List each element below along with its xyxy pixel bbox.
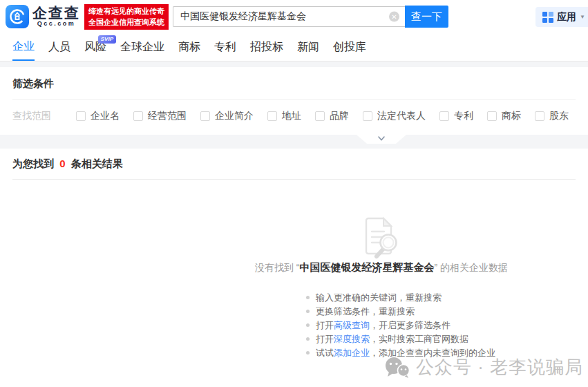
suggestion-item: 输入更准确的关键词，重新搜索	[306, 291, 495, 304]
bullet-icon	[306, 310, 310, 313]
tab-tender[interactable]: 招投标	[250, 33, 283, 61]
page: 企查查 Qcc.com 缔造有远见的商业传奇 全国企业信用查询系统 ✕ 查一下 …	[0, 0, 588, 387]
results-panel: 为您找到 0 条相关结果 没有找到 “中国医健银发经济星辉基金会” 的相关企业数…	[0, 149, 588, 387]
chevron-down-icon: ▼	[580, 14, 585, 20]
filter-option-trademark[interactable]: 商标	[487, 110, 521, 122]
tab-trademark[interactable]: 商标	[178, 33, 200, 61]
results-heading: 为您找到 0 条相关结果	[12, 149, 576, 171]
slogan-line-2: 全国企业信用查询系统	[88, 17, 164, 28]
apps-grid-icon	[542, 12, 553, 23]
bullet-icon	[306, 296, 310, 299]
brand-slogan: 缔造有远见的商业传奇 全国企业信用查询系统	[84, 4, 169, 30]
wechat-icon	[384, 357, 410, 379]
scope-label: 查找范围	[12, 110, 51, 122]
logo-title: 企查查	[32, 6, 80, 20]
bullet-icon	[306, 337, 310, 341]
tab-global-enterprise[interactable]: 全球企业	[120, 33, 164, 61]
results-count: 0	[59, 158, 65, 169]
checkbox-icon[interactable]	[439, 111, 449, 121]
suggestion-text: 输入更准确的关键词，重新搜索	[316, 292, 442, 304]
suggestion-link-deep-search[interactable]: 深度搜索	[334, 333, 370, 346]
search-bar: ✕ 查一下	[173, 6, 448, 28]
filter-option-legal-representative[interactable]: 法定代表人	[363, 110, 426, 122]
checkbox-icon[interactable]	[200, 111, 210, 121]
results-prefix: 为您找到	[12, 158, 54, 169]
filter-option-company-profile[interactable]: 企业简介	[200, 110, 254, 122]
empty-message: 没有找到 “中国医健银发经济星辉基金会” 的相关企业数据	[105, 261, 588, 274]
qcc-logo-text: 企查查 Qcc.com	[32, 6, 80, 28]
main-nav: 企业 人员 风险 SVIP 全球企业 商标 专利 招投标 新闻 创投库	[0, 33, 588, 62]
watermark-text: 公众号 · 老李说骗局	[416, 355, 583, 379]
suggestion-item: 打开 深度搜索 ，实时搜索工商官网数据	[306, 332, 495, 346]
suggestion-text: ，实时搜索工商官网数据	[370, 333, 468, 346]
checkbox-icon[interactable]	[267, 111, 277, 121]
filter-option-patent[interactable]: 专利	[439, 110, 473, 122]
filter-title: 筛选条件	[12, 67, 576, 91]
checkbox-icon[interactable]	[133, 111, 143, 121]
checkbox-icon[interactable]	[363, 111, 372, 121]
filter-option-shareholder[interactable]: 股东	[535, 110, 569, 122]
suggestion-item: 打开 高级查询 ，开启更多筛选条件	[306, 319, 495, 332]
slogan-line-1: 缔造有远见的商业传奇	[88, 6, 164, 17]
bullet-icon	[306, 351, 310, 355]
search-input-wrap: ✕	[173, 6, 405, 27]
search-input[interactable]	[173, 6, 405, 27]
tab-enterprise[interactable]: 企业	[12, 33, 35, 61]
suggestion-item: 更换筛选条件，重新搜索	[306, 305, 495, 318]
qcc-logo-icon	[6, 5, 29, 28]
suggestion-text: 更换筛选条件，重新搜索	[316, 305, 415, 318]
empty-message-suffix: ” 的相关企业数据	[435, 262, 509, 273]
collapse-filters-button[interactable]	[357, 135, 406, 144]
empty-message-prefix: 没有找到 “	[255, 262, 300, 273]
suggestion-text: 打开	[316, 333, 334, 346]
suggestion-list: 输入更准确的关键词，重新搜索 更换筛选条件，重新搜索 打开 高级查询 ，开启更多…	[306, 291, 495, 360]
suggestion-text: ，开启更多筛选条件	[370, 319, 451, 332]
empty-search-document-icon	[352, 212, 408, 267]
logo-subtitle: Qcc.com	[37, 20, 76, 28]
suggestion-text: 打开	[316, 319, 334, 332]
divider	[12, 179, 576, 180]
checkbox-icon[interactable]	[535, 111, 544, 121]
filter-panel: 筛选条件 查找范围 企业名 经营范围 企业简介 地址 品牌	[0, 67, 588, 135]
empty-message-query: 中国医健银发经济星辉基金会	[300, 261, 435, 273]
search-button[interactable]: 查一下	[405, 6, 448, 28]
suggestion-link-advanced-search[interactable]: 高级查询	[334, 319, 370, 332]
checkbox-icon[interactable]	[487, 111, 497, 121]
apps-button[interactable]: 应用 ▼	[535, 7, 588, 27]
filter-option-enterprise-name[interactable]: 企业名	[76, 110, 120, 122]
apps-button-label: 应用	[557, 11, 576, 23]
filter-option-address[interactable]: 地址	[267, 110, 301, 122]
tab-venture-capital[interactable]: 创投库	[333, 33, 366, 61]
svip-badge: SVIP	[98, 35, 116, 44]
header: 企查查 Qcc.com 缔造有远见的商业传奇 全国企业信用查询系统 ✕ 查一下 …	[0, 0, 588, 33]
results-suffix: 条相关结果	[71, 158, 123, 169]
clear-search-icon[interactable]: ✕	[389, 12, 399, 22]
tab-personnel[interactable]: 人员	[48, 33, 70, 61]
chevron-down-icon	[377, 135, 386, 143]
checkbox-icon[interactable]	[315, 111, 325, 121]
tab-patent[interactable]: 专利	[214, 33, 236, 61]
checkbox-icon[interactable]	[76, 111, 86, 121]
filter-row: 查找范围 企业名 经营范围 企业简介 地址 品牌	[12, 110, 576, 122]
filter-option-business-scope[interactable]: 经营范围	[133, 110, 187, 122]
tab-risk[interactable]: 风险 SVIP	[84, 33, 106, 61]
divider	[12, 99, 576, 100]
qcc-logo[interactable]: 企查查 Qcc.com	[6, 5, 80, 28]
tab-news[interactable]: 新闻	[297, 33, 319, 61]
suggestion-text: 试试	[316, 347, 334, 359]
suggestion-link-add-company[interactable]: 添加企业	[334, 347, 370, 359]
watermark: 公众号 · 老李说骗局	[384, 355, 583, 379]
bullet-icon	[306, 323, 310, 327]
filter-option-brand[interactable]: 品牌	[315, 110, 349, 122]
